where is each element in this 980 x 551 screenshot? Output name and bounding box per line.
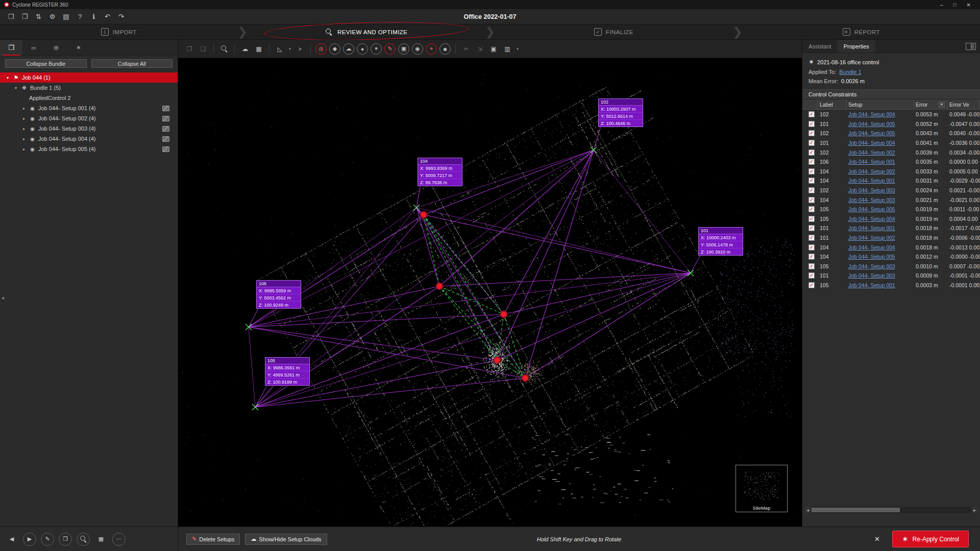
setup-link[interactable]: Job 044- Setup 002	[848, 149, 895, 156]
setup-link[interactable]: Job 044- Setup 004	[848, 216, 895, 222]
scroll-thumb[interactable]	[812, 508, 900, 512]
constraint-checkbox[interactable]: ✓	[808, 206, 815, 212]
constraint-checkbox[interactable]: ✓	[808, 178, 815, 184]
setup-link[interactable]: Job 044- Setup 003	[848, 272, 895, 279]
table-hscrollbar[interactable]: ◂ ▸	[804, 507, 978, 513]
more-icon[interactable]: ⋯	[112, 533, 126, 546]
minimize-button[interactable]: –	[940, 2, 943, 8]
constraint-row[interactable]: ✓101Job 044- Setup 0020.0018 m-0.0006 -0…	[802, 233, 980, 243]
info-icon[interactable]: ℹ	[87, 13, 101, 20]
cut-icon[interactable]: ✂	[460, 43, 472, 55]
project-explorer-tab[interactable]: ❐	[0, 40, 22, 56]
collapse-bundle-button[interactable]: Collapse Bundle	[5, 59, 87, 68]
constraint-checkbox[interactable]: ✓	[808, 130, 815, 136]
tree-item-job-044-setup-001-4-[interactable]: ▸◉Job 044- Setup 001 (4)	[0, 103, 178, 113]
constraint-row[interactable]: ✓102Job 044- Setup 0020.0039 m0.0034 -0.…	[802, 147, 980, 157]
setup-link[interactable]: Job 044- Setup 004	[848, 244, 895, 251]
constraint-row[interactable]: ✓104Job 044- Setup 0010.0031 m-0.0029 -0…	[802, 176, 980, 186]
setup-link[interactable]: Job 044- Setup 004	[848, 111, 895, 117]
marker-tag-icon[interactable]: ◆	[329, 43, 340, 55]
constraint-checkbox[interactable]: ✓	[808, 187, 815, 193]
pointcloud-canvas[interactable]	[178, 40, 802, 527]
duplicate-icon[interactable]: ❐	[59, 533, 72, 546]
expander-icon[interactable]: ▸	[21, 127, 27, 131]
setup-link[interactable]: Job 044- Setup 001	[848, 159, 895, 165]
tree-item-job-044-setup-002-4-[interactable]: ▸◉Job 044- Setup 002 (4)	[0, 113, 178, 123]
collapse-all-button[interactable]: Collapse All	[91, 59, 173, 68]
constraint-row[interactable]: ✓101Job 044- Setup 0030.0009 m-0.0001 -0…	[802, 271, 980, 281]
marker-target-icon[interactable]: ◎	[315, 43, 327, 55]
links-tab[interactable]: ∞	[22, 40, 45, 56]
setup-link[interactable]: Job 044- Setup 005	[848, 206, 895, 212]
column-header-Setup[interactable]: Setup	[846, 99, 914, 109]
column-header-check[interactable]	[802, 99, 818, 109]
redo-icon[interactable]: ↷	[114, 13, 128, 20]
control-tab[interactable]: ✶	[67, 40, 90, 56]
constraint-checkbox[interactable]: ✓	[808, 121, 815, 127]
constraint-row[interactable]: ✓105Job 044- Setup 0030.0010 m0.0007 -0.…	[802, 262, 980, 271]
setup-link[interactable]: Job 044- Setup 005	[848, 130, 895, 136]
expander-icon[interactable]: ▸	[21, 116, 27, 121]
marker-annotation-icon[interactable]: ✎	[384, 43, 396, 55]
pano-icon[interactable]: ▦	[94, 533, 108, 546]
constraint-row[interactable]: ✓104Job 044- Setup 0020.0033 m0.0005 0.0…	[802, 167, 980, 177]
constraint-checkbox[interactable]: ✓	[808, 159, 815, 165]
setup-link[interactable]: Job 044- Setup 005	[848, 121, 895, 127]
zoom-window-icon[interactable]	[218, 43, 230, 55]
marker-camera-icon[interactable]: ◉	[412, 43, 423, 55]
applied-to-link[interactable]: Bundle 1	[839, 69, 861, 75]
marker-control-icon[interactable]: ✶	[371, 43, 382, 55]
panel-layout-toggle-icon[interactable]	[966, 43, 976, 50]
constraint-checkbox[interactable]: ✓	[808, 272, 815, 279]
expander-icon[interactable]: ▾	[13, 86, 18, 90]
setup-link[interactable]: Job 044- Setup 002	[848, 235, 895, 241]
undo-icon[interactable]: ↶	[101, 13, 114, 20]
panel-tab-assistant[interactable]: Assistant	[802, 40, 838, 53]
setup-link[interactable]: Job 044- Setup 001	[848, 178, 895, 184]
marker-image-icon[interactable]: ▣	[398, 43, 409, 55]
constraint-checkbox[interactable]: ✓	[808, 111, 815, 117]
expander-icon[interactable]: ▸	[21, 147, 27, 152]
setup-link[interactable]: Job 044- Setup 001	[848, 225, 895, 231]
scroll-left-arrow[interactable]: ◂	[804, 507, 811, 513]
open-folder-icon[interactable]: ❒	[4, 13, 18, 20]
show-hide-clouds-button[interactable]: ☁ Show/Hide Setup Clouds	[245, 534, 327, 545]
constraint-row[interactable]: ✓105Job 044- Setup 0010.0003 m-0.0001 0.…	[802, 281, 980, 290]
web-geotags-tab[interactable]: ⊕	[45, 40, 67, 56]
constraint-checkbox[interactable]: ✓	[808, 168, 815, 174]
constraint-checkbox[interactable]: ✓	[808, 225, 815, 231]
constraint-checkbox[interactable]: ✓	[808, 149, 815, 156]
constraint-row[interactable]: ✓104Job 044- Setup 0030.0021 m-0.0021 0.…	[802, 195, 980, 205]
setup-link[interactable]: Job 044- Setup 003	[848, 197, 895, 203]
constraint-row[interactable]: ✓101Job 044- Setup 0050.0052 m-0.0047 0.…	[802, 119, 980, 129]
constraint-row[interactable]: ✓102Job 044- Setup 0030.0024 m0.0021 -0.…	[802, 186, 980, 195]
tree-item-job-044-1-[interactable]: ▾⚑Job 044 (1)	[0, 72, 178, 83]
copy-icon[interactable]: ❏	[197, 43, 209, 55]
select-cursor-icon[interactable]: ➤	[294, 43, 306, 55]
window-close-button[interactable]: ✕	[967, 2, 971, 8]
column-header-Label[interactable]: Label	[818, 99, 846, 109]
setup-link[interactable]: Job 044- Setup 001	[848, 282, 895, 288]
panels-icon[interactable]: ▥	[501, 43, 513, 55]
scroll-right-arrow[interactable]: ▸	[971, 507, 978, 513]
tree-item-appliedcontrol-2[interactable]: AppliedControl 2	[0, 93, 178, 103]
viewport-3d[interactable]: ❐❏☁▦◺▾➤◎◆☁●✶✎▣◉⌖☻✂⇲▣▥▾ 102X: 10003.2907 …	[178, 40, 802, 527]
paste-icon[interactable]: ❐	[183, 43, 195, 55]
constraint-checkbox[interactable]: ✓	[808, 254, 815, 260]
constraint-checkbox[interactable]: ✓	[808, 140, 815, 146]
fit-view-icon[interactable]: ⇲	[474, 43, 486, 55]
reapply-control-button[interactable]: ✶ Re-Apply Control	[892, 531, 969, 547]
constraint-row[interactable]: ✓102Job 044- Setup 0050.0043 m0.0040 -0.…	[802, 129, 980, 138]
collapse-left-panel-arrow[interactable]: ◂	[2, 295, 4, 300]
tree-item-job-044-setup-003-4-[interactable]: ▸◉Job 044- Setup 003 (4)	[0, 123, 178, 134]
settings-gear-icon[interactable]: ⚙	[45, 13, 59, 20]
setup-link[interactable]: Job 044- Setup 004	[848, 140, 895, 146]
constraint-checkbox[interactable]: ✓	[808, 263, 815, 269]
panels-dropdown-caret[interactable]: ▾	[515, 43, 520, 55]
scroll-track[interactable]	[811, 507, 971, 513]
maximize-button[interactable]: □	[953, 2, 957, 8]
constraint-row[interactable]: ✓101Job 044- Setup 0010.0018 m-0.0017 -0…	[802, 223, 980, 233]
setup-link[interactable]: Job 044- Setup 003	[848, 263, 895, 269]
grid-icon[interactable]: ▦	[253, 43, 265, 55]
setup-link[interactable]: Job 044- Setup 005	[848, 254, 895, 260]
